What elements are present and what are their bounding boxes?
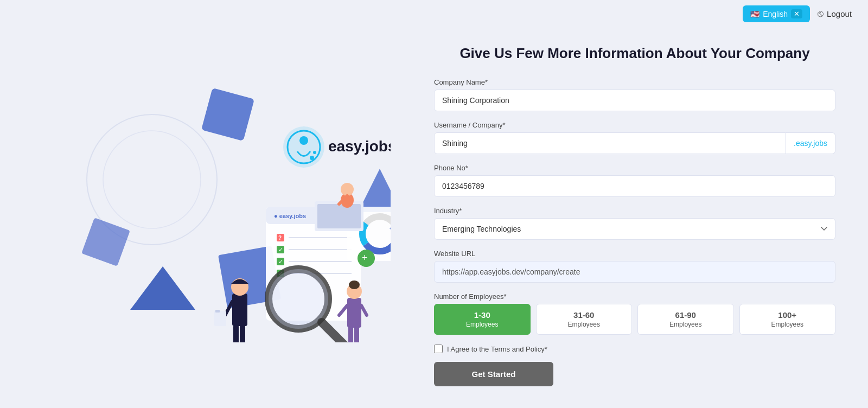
language-close-icon[interactable]: ✕ [791, 9, 802, 18]
svg-point-53 [349, 280, 360, 289]
emp-btn-61-90[interactable]: 61-90 Employees [637, 304, 734, 335]
svg-rect-49 [214, 311, 226, 326]
logout-button[interactable]: ⎋ Logout [818, 8, 852, 20]
svg-point-35 [313, 151, 316, 154]
terms-label: I Agree to the Terms and Policy* [447, 345, 547, 353]
emp-label-100plus: Employees [744, 321, 831, 329]
emp-btn-31-60[interactable]: 31-60 Employees [536, 304, 633, 335]
svg-rect-45 [240, 325, 245, 342]
svg-rect-50 [215, 310, 220, 313]
svg-rect-55 [354, 326, 359, 342]
industry-select[interactable]: Emerging Technologies Information Techno… [434, 218, 835, 240]
svg-point-1 [103, 131, 201, 228]
company-name-label: Company Name* [434, 78, 835, 86]
illustration-container: ● easy.jobs ? ✓ ✓ ✓ [54, 60, 391, 342]
main-layout: ● easy.jobs ? ✓ ✓ ✓ [0, 28, 868, 398]
svg-rect-2 [201, 88, 254, 141]
terms-row: I Agree to the Terms and Policy* [434, 345, 835, 353]
form-title: Give Us Few More Information About Your … [434, 44, 835, 63]
industry-label: Industry* [434, 207, 835, 215]
illustration-svg: ● easy.jobs ? ✓ ✓ ✓ [54, 60, 391, 342]
topbar: 🇺🇸 English ✕ ⎋ Logout [0, 0, 868, 28]
svg-rect-38 [317, 204, 361, 228]
illustration-side: ● easy.jobs ? ✓ ✓ ✓ [33, 39, 412, 342]
svg-text:● easy.jobs: ● easy.jobs [274, 213, 306, 219]
svg-rect-51 [347, 298, 361, 328]
website-input[interactable] [434, 261, 835, 283]
svg-rect-44 [233, 325, 239, 342]
emp-btn-1-30[interactable]: 1-30 Employees [434, 304, 531, 335]
employees-group: Number of Employees* 1-30 Employees 31-6… [434, 292, 835, 335]
phone-label: Phone No* [434, 164, 835, 172]
employee-options-row: 1-30 Employees 31-60 Employees 61-90 Emp… [434, 304, 835, 335]
svg-point-40 [341, 183, 354, 196]
emp-range-31-60: 31-60 [541, 310, 628, 321]
username-group: Username / Company* .easy.jobs [434, 121, 835, 154]
svg-text:?: ? [278, 235, 282, 241]
svg-rect-6 [81, 218, 130, 266]
svg-marker-5 [130, 266, 195, 310]
svg-text:✓: ✓ [278, 246, 283, 253]
emp-range-61-90: 61-90 [642, 310, 729, 321]
website-label: Website URL [434, 250, 835, 258]
svg-text:✓: ✓ [278, 258, 283, 265]
username-row: .easy.jobs [434, 132, 835, 154]
phone-input[interactable] [434, 175, 835, 197]
phone-group: Phone No* [434, 164, 835, 197]
emp-label-1-30: Employees [439, 321, 526, 329]
logout-icon: ⎋ [818, 8, 824, 20]
employees-label: Number of Employees* [434, 292, 835, 301]
get-started-button[interactable]: Get Started [434, 362, 553, 386]
website-group: Website URL [434, 250, 835, 283]
terms-checkbox[interactable] [434, 345, 443, 353]
svg-rect-42 [232, 294, 247, 326]
svg-line-30 [322, 322, 347, 342]
username-input[interactable] [434, 132, 786, 154]
company-name-input[interactable] [434, 90, 835, 111]
language-button[interactable]: 🇺🇸 English ✕ [743, 5, 810, 22]
emp-label-31-60: Employees [541, 321, 628, 329]
form-side: Give Us Few More Information About Your … [434, 39, 835, 386]
flag-icon: 🇺🇸 [750, 10, 760, 18]
svg-rect-54 [348, 326, 353, 342]
svg-point-34 [310, 156, 314, 160]
emp-label-61-90: Employees [642, 321, 729, 329]
svg-text:easy.jobs: easy.jobs [328, 138, 391, 155]
svg-point-33 [299, 136, 308, 145]
logout-label: Logout [827, 9, 852, 18]
industry-group: Industry* Emerging Technologies Informat… [434, 207, 835, 240]
svg-point-31 [283, 126, 324, 168]
emp-range-1-30: 1-30 [439, 310, 526, 321]
emp-btn-100plus[interactable]: 100+ Employees [739, 304, 836, 335]
company-name-group: Company Name* [434, 78, 835, 111]
username-suffix: .easy.jobs [786, 132, 835, 154]
svg-line-59 [361, 305, 367, 315]
emp-range-100plus: 100+ [744, 310, 831, 321]
svg-text:+: + [362, 252, 368, 263]
language-label: English [763, 10, 788, 18]
username-label: Username / Company* [434, 121, 835, 129]
